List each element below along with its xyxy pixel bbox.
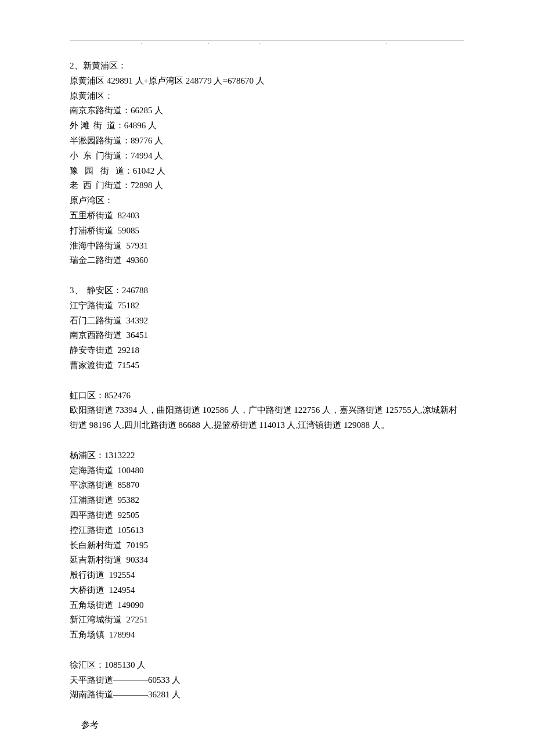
blank-line — [70, 643, 464, 658]
blank-line — [70, 268, 464, 283]
text-line: 五角场镇 178994 — [70, 628, 464, 643]
text-line: 南京西路街道 36451 — [70, 328, 464, 343]
header-rule — [70, 41, 464, 41]
text-line: 大桥街道 124954 — [70, 583, 464, 598]
text-line: 杨浦区：1313222 — [70, 448, 464, 463]
document-body: 2、新黄浦区： 原黄浦区 429891 人+原卢湾区 248779 人=6786… — [70, 59, 464, 703]
text-line: 控江路街道 105613 — [70, 523, 464, 538]
text-line: 徐汇区：1085130 人 — [70, 658, 464, 673]
document-page: . . . . 2、新黄浦区： 原黄浦区 429891 人+原卢湾区 24877… — [0, 0, 534, 756]
text-line: 江宁路街道 75182 — [70, 298, 464, 314]
text-line: 豫 园 街 道：61042 人 — [70, 164, 464, 179]
text-line: 打浦桥街道 59085 — [70, 224, 464, 239]
text-line: 江浦路街道 95382 — [70, 493, 464, 508]
text-line: 天平路街道————60533 人 — [70, 673, 464, 688]
text-line: 平凉路街道 85870 — [70, 478, 464, 493]
text-line: 小 东 门街道：74994 人 — [70, 149, 464, 164]
text-line: 瑞金二路街道 49360 — [70, 253, 464, 268]
header-dot: . — [385, 37, 387, 47]
text-line: 五里桥街道 82403 — [70, 208, 464, 224]
header-dot: . — [140, 37, 142, 47]
text-line: 半淞园路街道：89776 人 — [70, 134, 464, 149]
text-line: 外 滩 街 道：64896 人 — [70, 118, 464, 134]
text-line: 原黄浦区： — [70, 89, 464, 104]
text-line: 四平路街道 92505 — [70, 508, 464, 523]
text-line: 老 西 门街道：72898 人 — [70, 178, 464, 193]
text-line: 3、 静安区：246788 — [70, 283, 464, 298]
text-line: 石门二路街道 34392 — [70, 314, 464, 329]
text-line: 定海路街道 100480 — [70, 463, 464, 478]
text-line: 淮海中路街道 57931 — [70, 239, 464, 254]
header-dot: . — [259, 37, 261, 47]
text-line: 南京东路街道：66285 人 — [70, 103, 464, 118]
text-line: 湖南路街道————36281 人 — [70, 687, 464, 703]
text-line: 欧阳路街道 73394 人，曲阳路街道 102586 人，广中路街道 12275… — [70, 403, 464, 433]
text-line: 静安寺街道 29218 — [70, 343, 464, 358]
text-line: 曹家渡街道 71545 — [70, 358, 464, 373]
text-line: 长白新村街道 70195 — [70, 538, 464, 553]
page-footer: 参考 — [81, 718, 99, 733]
text-line: 原黄浦区 429891 人+原卢湾区 248779 人=678670 人 — [70, 74, 464, 89]
blank-line — [70, 373, 464, 388]
text-line: 延吉新村街道 90334 — [70, 553, 464, 568]
text-line: 殷行街道 192554 — [70, 568, 464, 583]
header-dot: . — [208, 37, 210, 47]
text-line: 原卢湾区： — [70, 193, 464, 208]
text-line: 虹口区：852476 — [70, 388, 464, 404]
text-line: 五角场街道 149090 — [70, 598, 464, 613]
text-line: 2、新黄浦区： — [70, 59, 464, 74]
text-line: 新江湾城街道 27251 — [70, 613, 464, 628]
blank-line — [70, 433, 464, 448]
